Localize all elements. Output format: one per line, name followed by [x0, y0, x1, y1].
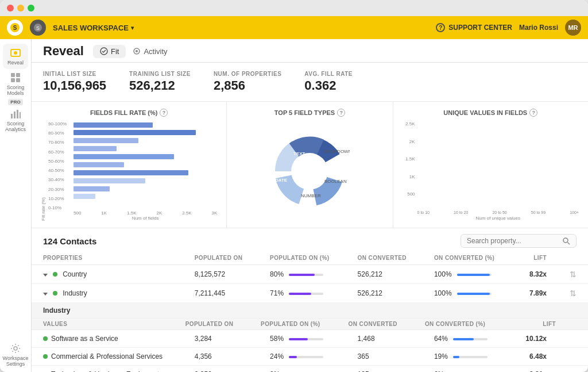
svg-point-24	[563, 238, 568, 243]
fields-fill-rate-help[interactable]: ?	[160, 109, 168, 117]
col-sub-actions	[558, 319, 588, 330]
unique-values-x-axis: 0 to 1010 to 2020 to 5050 to 99100+	[417, 209, 579, 214]
tab-fit[interactable]: Fit	[93, 45, 126, 58]
scoring-analytics-icon	[9, 108, 22, 120]
svg-point-14	[14, 347, 17, 350]
industry-expand[interactable]	[43, 290, 49, 297]
col-sub-lift: LIFT	[511, 319, 558, 330]
app-window: S S SALES WORKSPACE ▾ ? SUPPORT CENTER M…	[0, 0, 588, 372]
sidebar-item-reveal[interactable]: Reveal	[3, 44, 28, 69]
col-sub-populated-on: POPULATED ON	[183, 319, 258, 330]
close-button[interactable]	[7, 5, 14, 11]
reveal-icon	[9, 47, 22, 59]
fields-fill-rate-chart: FIELDS FILL RATE (%) ? Fill rate (%) 90-…	[32, 102, 227, 228]
industry-on-converted: 526,212	[346, 284, 423, 303]
workspace-name[interactable]: SALES WORKSPACE ▾	[53, 24, 134, 32]
industry-sort[interactable]: ⇅	[558, 284, 588, 303]
col-sub-populated-pct: POPULATED ON (%)	[258, 319, 346, 330]
country-populated-on: 8,125,572	[183, 265, 258, 284]
sub-table-header-row: VALUES POPULATED ON POPULATED ON (%) ON …	[32, 319, 588, 330]
col-populated-on: POPULATED ON	[183, 251, 258, 265]
search-input[interactable]	[467, 237, 559, 245]
maximize-button[interactable]	[28, 5, 34, 11]
industry-populated-pct: 71%	[258, 284, 346, 303]
stat-training-list-size: TRAINING LIST SIZE 526,212	[129, 71, 191, 93]
industry-populated-on: 7,211,445	[183, 284, 258, 303]
saas-on-converted-pct: 64%	[423, 330, 511, 348]
fill-rate-x-axis: 5001K1.5K2K2.5K3K	[74, 210, 217, 216]
workspace-settings-label: Workspace Settings	[3, 356, 29, 367]
commercial-populated-pct: 24%	[258, 348, 346, 366]
table-header-row: 124 Contacts	[32, 228, 588, 251]
table-row: Technology & Hardware Equipment 2,856 8%…	[32, 366, 588, 373]
search-icon	[562, 237, 570, 245]
fit-tab-icon	[100, 47, 108, 55]
country-populated-pct: 80%	[258, 265, 346, 284]
table-row: Industry 7,211,445 71% 526,212	[32, 284, 588, 303]
user-avatar[interactable]: MR	[565, 20, 581, 36]
svg-rect-12	[17, 110, 18, 118]
unique-values-help[interactable]: ?	[529, 109, 537, 117]
col-lift: LIFT	[511, 251, 558, 265]
table-row: Country 8,125,572 80% 526,212	[32, 265, 588, 284]
svg-rect-11	[14, 112, 16, 118]
industry-property: Industry	[32, 284, 183, 303]
svg-text:S: S	[13, 25, 17, 31]
tech-populated-pct: 8%	[258, 366, 346, 373]
unique-values-chart: UNIQUE VALUES IN FIELDS ? 2.5K 2K 1.5K 1…	[393, 102, 588, 228]
top-bar: S S SALES WORKSPACE ▾ ? SUPPORT CENTER M…	[0, 16, 588, 39]
sidebar-item-scoring-analytics[interactable]: Scoring Analytics	[3, 108, 28, 133]
commercial-populated-on: 4,356	[183, 348, 258, 366]
workspace-logo: S	[30, 20, 46, 36]
col-values: VALUES	[32, 319, 183, 330]
saas-populated-pct: 58%	[258, 330, 346, 348]
user-name: Mario Rossi	[519, 24, 558, 32]
sort-icon[interactable]: ⇅	[570, 289, 577, 298]
tab-activity[interactable]: Activity	[126, 45, 174, 58]
page-header: Reveal Fit Activity	[32, 39, 588, 63]
svg-text:DATE: DATE	[275, 178, 288, 183]
table-row: Commercial & Professional Services 4,356…	[32, 348, 588, 366]
saas-label: Software as a Service	[32, 330, 183, 348]
country-sort[interactable]: ⇅	[558, 265, 588, 284]
commercial-on-converted-pct: 19%	[423, 348, 511, 366]
industry-lift: 7.89x	[511, 284, 558, 303]
country-lift: 8.32x	[511, 265, 558, 284]
country-conv-bar	[457, 274, 492, 276]
table-row: Software as a Service 3,284 58% 1,468 64…	[32, 330, 588, 348]
charts-section: FIELDS FILL RATE (%) ? Fill rate (%) 90-…	[32, 102, 588, 228]
saas-lift: 10.12x	[511, 330, 558, 348]
country-expand[interactable]	[43, 271, 49, 278]
saas-on-converted: 1,468	[346, 330, 423, 348]
svg-rect-8	[11, 78, 15, 82]
sort-icon[interactable]: ⇅	[570, 270, 577, 279]
saas-dot	[43, 336, 48, 341]
scoring-models-label: Scoring Models	[3, 85, 28, 97]
page-title: Reveal	[43, 44, 84, 59]
tech-populated-on: 2,856	[183, 366, 258, 373]
stat-num-properties: NUM. OF PROPERTIES 2,856	[214, 71, 281, 93]
sidebar-item-workspace-settings[interactable]: Workspace Settings	[3, 342, 28, 367]
tech-label: Technology & Hardware Equipment	[32, 366, 183, 373]
support-center-button[interactable]: ? SUPPORT CENTER	[436, 23, 512, 32]
search-box[interactable]	[461, 234, 577, 248]
top5-help[interactable]: ?	[337, 109, 345, 117]
fill-rate-bars	[74, 121, 217, 210]
svg-rect-7	[16, 73, 20, 77]
activity-tab-icon	[133, 47, 141, 55]
col-properties: PROPERTIES	[32, 251, 183, 265]
tech-on-converted: 105	[346, 366, 423, 373]
top5-field-types-chart: TOP 5 FIELD TYPES ?	[227, 102, 393, 228]
fill-rate-y-label: Fill rate (%)	[41, 121, 46, 221]
col-sub-on-converted: ON CONVERTED	[346, 319, 423, 330]
col-populated-on-pct: POPULATED ON (%)	[258, 251, 346, 265]
minimize-button[interactable]	[17, 5, 24, 11]
stats-row: INITIAL LIST SIZE 10,156,965 TRAINING LI…	[32, 63, 588, 102]
commercial-dot	[43, 354, 48, 359]
fill-rate-y-axis: 90-100% 80-90% 70-80% 60-70% 50-60% 40-5…	[48, 121, 71, 221]
workspace-settings-icon	[9, 342, 22, 355]
svg-rect-13	[20, 112, 21, 118]
stat-initial-list-size: INITIAL LIST SIZE 10,156,965	[43, 71, 106, 93]
sidebar-item-scoring-models[interactable]: Scoring Models	[3, 71, 28, 97]
commercial-on-converted: 365	[346, 348, 423, 366]
